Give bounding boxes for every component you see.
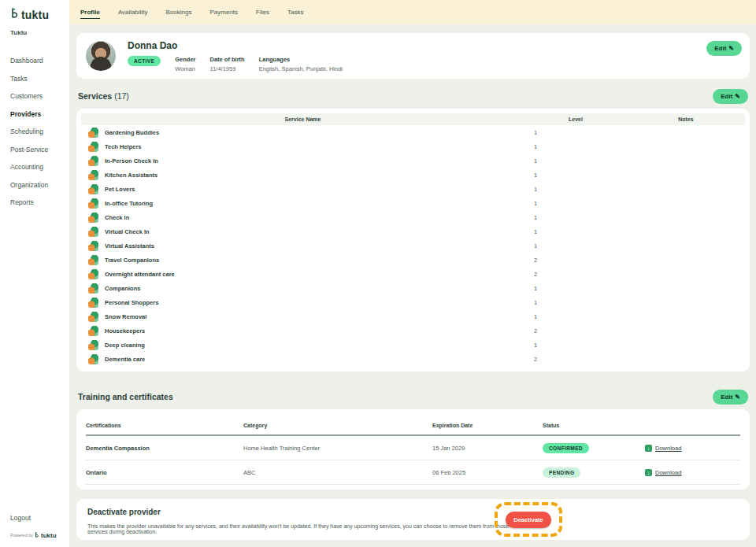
training-table-header: Certifications Category Expiration Date … — [86, 416, 740, 434]
languages-label: Languages — [259, 56, 343, 63]
sidebar-item-customers[interactable]: Customers — [10, 93, 66, 100]
service-level: 2 — [524, 356, 627, 363]
table-row: Personal Shoppers 1 — [81, 295, 745, 309]
service-level: 1 — [524, 214, 627, 221]
app-window: tuktu Tuktu Dashboard Tasks Customers Pr… — [0, 0, 756, 547]
download-link[interactable]: ↓Download — [645, 469, 681, 476]
sidebar-item-reports[interactable]: Reports — [10, 199, 66, 206]
pencil-icon: ✎ — [735, 394, 740, 401]
service-level: 1 — [524, 299, 627, 306]
service-name: Companions — [105, 285, 140, 292]
service-icon-in-person-check-in — [88, 156, 98, 166]
powered-brand: tuktu — [41, 532, 57, 539]
edit-profile-button[interactable]: Edit ✎ — [706, 41, 742, 56]
table-row: Virtual Assistants 1 — [81, 238, 745, 253]
training-card: Certifications Category Expiration Date … — [76, 409, 750, 490]
service-name: Housekeepers — [105, 327, 145, 334]
tab-files[interactable]: Files — [256, 6, 269, 18]
edit-services-button[interactable]: Edit ✎ — [713, 89, 748, 104]
field-gender: Gender Woman — [175, 56, 195, 72]
service-icon-companions — [88, 283, 98, 294]
tab-bookings[interactable]: Bookings — [166, 6, 192, 18]
deactivate-title: Deactivate provider — [87, 508, 739, 516]
gender-value: Woman — [175, 65, 195, 72]
service-level: 2 — [524, 257, 627, 264]
pencil-icon: ✎ — [728, 45, 734, 52]
service-level: 1 — [524, 186, 627, 193]
tab-payments[interactable]: Payments — [209, 6, 238, 18]
certification-name: Ontario — [86, 469, 243, 476]
sidebar-item-post-service[interactable]: Post-Service — [10, 146, 66, 153]
service-name: Travel Companions — [105, 257, 159, 264]
training-section-head: Training and certificates Edit ✎ — [78, 389, 748, 405]
service-name: Virtual Assistants — [105, 242, 154, 249]
tab-bar: Profile Availability Bookings Payments F… — [69, 0, 756, 24]
service-level: 1 — [524, 242, 627, 249]
service-icon-pet-lovers — [88, 184, 98, 194]
tab-availability[interactable]: Availability — [118, 6, 148, 18]
service-icon-travel-companions — [88, 255, 98, 265]
powered-by: Powered by tuktu — [10, 531, 57, 539]
tab-tasks[interactable]: Tasks — [287, 6, 303, 18]
service-name: In-Person Check In — [105, 157, 158, 164]
table-row: Overnight attendant care 2 — [81, 267, 745, 281]
service-icon-virtual-check-in — [88, 227, 98, 237]
logout-button[interactable]: Logout — [10, 514, 57, 522]
table-row: Dementia Compassion Home Health Training… — [86, 436, 740, 460]
download-icon: ↓ — [645, 469, 652, 476]
download-label: Download — [655, 445, 681, 452]
gender-label: Gender — [175, 56, 195, 63]
service-name: Tech Helpers — [105, 143, 142, 150]
sidebar-item-providers[interactable]: Providers — [10, 111, 66, 118]
sidebar-item-dashboard[interactable]: Dashboard — [10, 57, 66, 65]
col-notes: Notes — [627, 116, 745, 122]
deactivate-description: This makes the provider unavailable for … — [87, 523, 528, 534]
sidebar-item-organization[interactable]: Organization — [10, 182, 66, 189]
tab-profile[interactable]: Profile — [80, 6, 100, 19]
service-icon-housekeepers — [88, 326, 98, 336]
field-dob: Date of birth 11/4/1959 — [210, 56, 245, 72]
powered-by-label: Powered by — [10, 533, 33, 538]
service-name: Personal Shoppers — [105, 299, 158, 306]
main-area: Profile Availability Bookings Payments F… — [69, 0, 756, 547]
sidebar-item-tasks[interactable]: Tasks — [10, 76, 66, 83]
service-level: 1 — [524, 285, 627, 292]
download-link[interactable]: ↓Download — [645, 445, 681, 452]
table-row: In-Person Check In 1 — [81, 153, 745, 168]
service-name: In-office Tutoring — [105, 200, 153, 207]
dob-value: 11/4/1959 — [210, 65, 245, 72]
service-icon-deep-cleaning — [88, 340, 98, 350]
brand-name: tuktu — [21, 9, 49, 21]
deactivate-button[interactable]: Deactivate — [506, 512, 551, 528]
table-row: Virtual Check In 1 — [81, 224, 745, 238]
provider-name: Donna Dao — [128, 40, 343, 51]
table-row: Kitchen Assistants 1 — [81, 168, 745, 182]
service-name: Kitchen Assistants — [105, 172, 158, 179]
col-status: Status — [543, 423, 645, 428]
sidebar-item-accounting[interactable]: Accounting — [10, 164, 66, 171]
service-icon-dementia-care — [88, 354, 98, 364]
service-level: 2 — [524, 327, 627, 334]
edit-training-button[interactable]: Edit ✎ — [713, 390, 748, 405]
services-section-head: Services (17) Edit ✎ — [78, 88, 748, 104]
edit-training-label: Edit — [721, 394, 732, 401]
sidebar-item-scheduling[interactable]: Scheduling — [10, 128, 66, 135]
table-row: In-office Tutoring 1 — [81, 196, 745, 210]
certification-status-badge: PENDING — [543, 468, 580, 478]
service-name: Dementia care — [105, 356, 145, 363]
edit-services-label: Edit — [721, 93, 732, 100]
deactivate-card: Deactivate provider This makes the provi… — [76, 499, 750, 540]
pencil-icon: ✎ — [735, 93, 740, 100]
profile-info: Donna Dao ACTIVE Gender Woman Date of bi… — [128, 40, 343, 72]
col-expiration-date: Expiration Date — [432, 423, 543, 428]
col-category: Category — [243, 423, 432, 428]
service-icon-check-in — [88, 213, 98, 223]
annotation-highlight-box: Deactivate — [495, 502, 562, 537]
certification-status-badge: CONFIRMED — [543, 443, 589, 453]
service-name: Gardening Buddies — [105, 129, 159, 136]
services-title: Services (17) — [78, 91, 129, 101]
service-icon-kitchen-assistants — [88, 170, 98, 180]
field-languages: Languages English, Spanish, Punjabi, Hin… — [259, 56, 343, 72]
service-level: 1 — [524, 129, 627, 136]
col-level: Level — [524, 116, 627, 122]
